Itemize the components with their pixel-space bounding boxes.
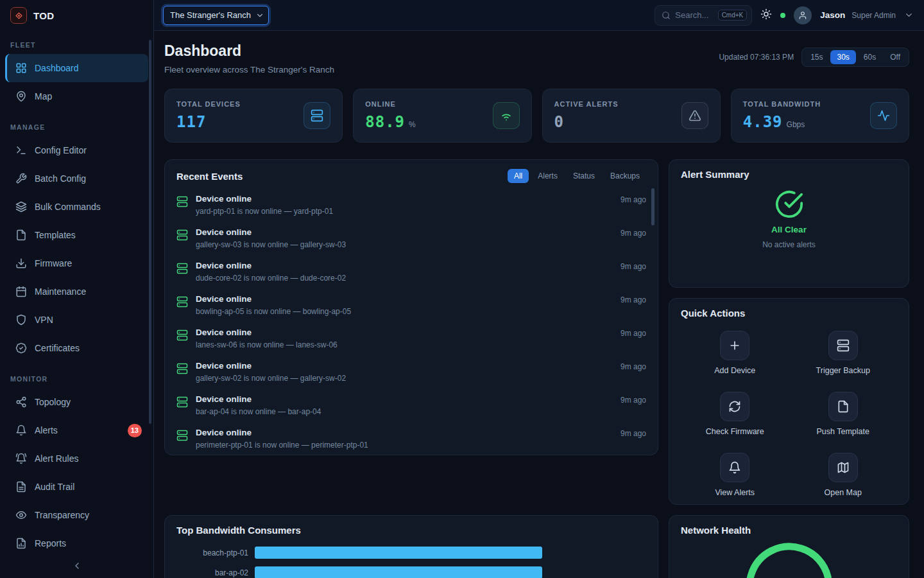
topbar-right: Cmd+K Jason Super Admin — [654, 5, 914, 26]
server-icon — [176, 196, 188, 207]
filter-all[interactable]: All — [508, 169, 529, 183]
share-network-icon — [15, 396, 27, 408]
bandwidth-row: bar-ap-02 — [176, 566, 646, 578]
quick-action-push-template[interactable]: Push Template — [789, 392, 898, 436]
sidebar-item-firmware[interactable]: Firmware — [5, 249, 148, 277]
alert-summary-card: Alert Summary All Clear No active alerts — [669, 159, 909, 288]
sidebar-item-certificates[interactable]: Certificates — [5, 334, 148, 362]
sidebar-collapse-button[interactable] — [0, 554, 153, 578]
sidebar-item-label: Dashboard — [35, 63, 79, 73]
gem-icon — [14, 11, 24, 21]
user-menu-chevron-icon[interactable] — [904, 10, 914, 20]
file-icon — [15, 229, 27, 241]
search-box[interactable]: Cmd+K — [654, 5, 752, 26]
terminal-icon — [15, 144, 27, 156]
search-icon — [662, 11, 671, 20]
event-title: Device online — [196, 294, 613, 304]
stat-total-bandwidth: TOTAL BANDWIDTH 4.39Gbps — [731, 89, 909, 143]
event-time: 9m ago — [620, 362, 646, 371]
event-detail: bar-ap-04 is now online — bar-ap-04 — [196, 407, 613, 416]
sidebar-item-label: Firmware — [35, 258, 72, 268]
event-row[interactable]: Device online dude-core-02 is now online… — [176, 255, 646, 288]
sidebar-item-batch-config[interactable]: Batch Config — [5, 164, 148, 193]
sidebar-item-audit-trail[interactable]: Audit Trail — [5, 473, 148, 501]
event-time: 9m ago — [620, 195, 646, 204]
sidebar-scrollbar[interactable] — [149, 40, 151, 424]
event-detail: perimeter-ptp-01 is now online — perimet… — [196, 441, 613, 450]
event-detail: dude-core-02 is now online — dude-core-0… — [196, 274, 613, 283]
bandwidth-rows: beach-ptp-01 bar-ap-02 — [176, 547, 646, 578]
site-selector[interactable]: The Stranger's Ranch — [163, 6, 269, 25]
quick-action-view-alerts[interactable]: View Alerts — [681, 453, 789, 497]
event-list-scrollbar[interactable] — [651, 188, 654, 225]
sidebar-item-dashboard[interactable]: Dashboard — [5, 54, 148, 82]
sidebar-item-label: Bulk Commands — [35, 202, 101, 212]
event-row[interactable]: Device online bowling-ap-05 is now onlin… — [176, 288, 646, 322]
search-input[interactable] — [675, 10, 713, 20]
sidebar-item-maintenance[interactable]: Maintenance — [5, 277, 148, 306]
refresh-option-60s[interactable]: 60s — [857, 50, 882, 64]
sidebar-item-alert-rules[interactable]: Alert Rules — [5, 444, 148, 473]
download-icon — [15, 258, 27, 269]
network-health-gauge — [744, 541, 834, 578]
user-name: Jason — [820, 10, 845, 20]
event-detail: gallery-sw-02 is now online — gallery-sw… — [196, 374, 613, 383]
stat-cards: TOTAL DEVICES 117 ONLINE 88.9% ACTIVE AL… — [164, 89, 909, 143]
sidebar-item-vpn[interactable]: VPN — [5, 306, 148, 334]
refresh-option-30s[interactable]: 30s — [830, 50, 855, 64]
event-row[interactable]: Device online gallery-sw-02 is now onlin… — [176, 355, 646, 389]
sidebar-item-reports[interactable]: Reports — [5, 529, 148, 554]
event-detail: gallery-sw-03 is now online — gallery-sw… — [196, 240, 613, 249]
server-icon — [828, 331, 858, 360]
event-title: Device online — [196, 361, 613, 371]
sidebar-item-label: Audit Trail — [35, 482, 74, 492]
user-avatar[interactable] — [794, 6, 812, 24]
quick-action-open-map[interactable]: Open Map — [789, 453, 898, 497]
bandwidth-row: beach-ptp-01 — [176, 547, 646, 559]
event-row[interactable]: Device online bar-ap-04 is now online — … — [176, 389, 646, 422]
top-bandwidth-title: Top Bandwidth Consumers — [176, 525, 301, 536]
eye-icon — [15, 509, 27, 521]
theme-toggle-button[interactable] — [760, 8, 772, 22]
sidebar-item-bulk-commands[interactable]: Bulk Commands — [5, 193, 148, 221]
file-text-icon — [15, 481, 27, 493]
filter-alerts[interactable]: Alerts — [531, 169, 564, 183]
sidebar-item-templates[interactable]: Templates — [5, 221, 148, 249]
event-filters: All Alerts Status Backups — [508, 169, 646, 183]
event-row[interactable]: Device online yard-ptp-01 is now online … — [176, 188, 646, 222]
refresh-option-15s[interactable]: 15s — [804, 50, 829, 64]
page-title: Dashboard — [164, 42, 334, 60]
quick-action-trigger-backup[interactable]: Trigger Backup — [789, 331, 898, 375]
quick-action-check-firmware[interactable]: Check Firmware — [681, 392, 789, 436]
event-title: Device online — [196, 328, 613, 337]
quick-actions-title: Quick Actions — [681, 308, 745, 319]
sidebar-item-label: Config Editor — [35, 145, 87, 155]
sidebar-item-topology[interactable]: Topology — [5, 388, 148, 416]
sidebar-item-transparency[interactable]: Transparency — [5, 501, 148, 529]
sidebar-item-config-editor[interactable]: Config Editor — [5, 136, 148, 164]
quick-action-add-device[interactable]: Add Device — [681, 331, 789, 375]
sidebar-item-label: Topology — [35, 397, 71, 407]
wifi-icon — [493, 102, 520, 129]
filter-backups[interactable]: Backups — [604, 169, 646, 183]
event-time: 9m ago — [620, 229, 646, 238]
filter-status[interactable]: Status — [567, 169, 601, 183]
bw-bar — [255, 547, 542, 559]
sidebar-item-label: Templates — [35, 230, 76, 240]
badge-check-icon — [15, 342, 27, 354]
search-shortcut-hint: Cmd+K — [718, 10, 748, 21]
alert-triangle-icon — [681, 102, 708, 129]
sidebar-item-label: Certificates — [35, 343, 80, 353]
event-row[interactable]: Device online perimeter-ptp-01 is now on… — [176, 422, 646, 455]
refresh-option-off[interactable]: Off — [884, 50, 907, 64]
event-row[interactable]: Device online lanes-sw-06 is now online … — [176, 322, 646, 355]
event-time: 9m ago — [620, 329, 646, 338]
quick-actions-card: Quick Actions Add Device Trigger Backup — [669, 298, 909, 505]
server-icon — [176, 329, 188, 341]
event-title: Device online — [196, 261, 613, 270]
main-area: The Stranger's Ranch Cmd+K Jason S — [154, 0, 924, 578]
sidebar-item-map[interactable]: Map — [5, 82, 148, 110]
event-row[interactable]: Device online gallery-sw-03 is now onlin… — [176, 222, 646, 255]
sidebar-item-alerts[interactable]: Alerts 13 — [5, 416, 148, 444]
event-title: Device online — [196, 394, 613, 404]
